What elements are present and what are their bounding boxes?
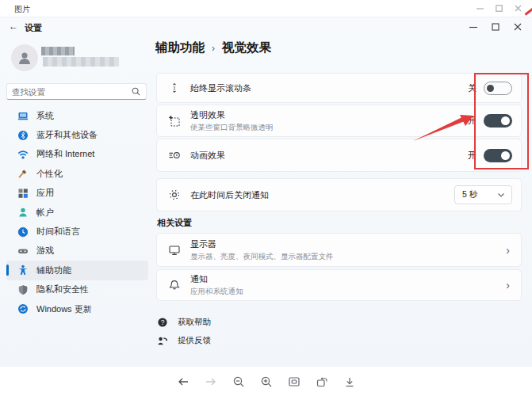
sidebar-nav: 系统 蓝牙和其他设备 网络和 Internet 个性化 应用 帐户 时间和语言 (6, 106, 148, 318)
related-settings-heading: 相关设置 (157, 217, 192, 229)
bluetooth-icon (17, 130, 29, 141)
laptop-icon (17, 110, 29, 121)
minimize-icon[interactable] (470, 2, 489, 15)
sidebar-item-gaming[interactable]: 游戏 (6, 242, 148, 261)
forward-arrow-icon[interactable] (202, 375, 220, 389)
sidebar-item-network[interactable]: 网络和 Internet (6, 145, 148, 164)
close-icon[interactable] (507, 19, 529, 35)
row-title: 始终显示滚动条 (190, 82, 468, 94)
apps-grid-icon (17, 188, 29, 199)
brush-icon (17, 168, 29, 179)
accessibility-person-icon (17, 265, 29, 276)
feedback-icon (157, 335, 168, 346)
sidebar-item-apps[interactable]: 应用 (6, 184, 148, 203)
breadcrumb-parent[interactable]: 辅助功能 (155, 40, 205, 56)
chevron-down-icon (498, 193, 504, 197)
animation-icon (168, 149, 190, 162)
toggle-state-label: 关 (468, 82, 477, 94)
toggle-state-label: 开 (468, 115, 477, 127)
sidebar-item-system[interactable]: 系统 (6, 106, 148, 125)
sidebar-item-time-language[interactable]: 时间和语言 (6, 222, 148, 241)
sidebar-item-accounts[interactable]: 帐户 (6, 203, 148, 222)
shield-icon (17, 284, 29, 295)
row-subtitle: 显示器、亮度、夜间模式、显示器配置文件 (190, 252, 503, 262)
row-title: 动画效果 (190, 150, 468, 162)
update-refresh-icon (17, 303, 29, 314)
search-input[interactable] (7, 87, 132, 97)
transparency-icon (168, 115, 190, 128)
transparency-toggle[interactable] (484, 114, 512, 128)
row-subtitle: 应用和系统通知 (190, 287, 503, 297)
timeout-dropdown[interactable]: 5 秒 (454, 185, 512, 204)
person-icon (17, 50, 33, 66)
sidebar-item-windows-update[interactable]: Windows 更新 (6, 299, 148, 318)
row-dismiss-notifications: 在此时间后关闭通知 5 秒 (156, 178, 522, 211)
dropdown-value: 5 秒 (462, 189, 477, 200)
viewer-toolbar (0, 375, 532, 389)
monitor-icon (168, 244, 190, 257)
avatar[interactable] (11, 44, 38, 71)
account-person-icon (17, 207, 29, 218)
user-name-redacted (41, 47, 128, 67)
minimize-icon[interactable] (462, 19, 484, 35)
game-controller-icon (17, 246, 29, 257)
svg-text:?: ? (161, 318, 165, 326)
row-transparency-effects: 透明效果 使某些窗口背景略微透明 开 (156, 105, 522, 137)
viewer-title: 图片 (14, 4, 30, 15)
toggle-state-label: 开 (468, 150, 477, 162)
give-feedback-link[interactable]: 提供反馈 (157, 335, 211, 346)
row-title: 透明效果 (190, 109, 468, 121)
screenshot-root: 图片 ← 设置 (0, 0, 532, 396)
chevron-right-icon: › (503, 279, 512, 291)
settings-window: ← 设置 系统 蓝牙和其他设 (0, 17, 532, 367)
bell-icon (168, 279, 190, 291)
sidebar-item-personalization[interactable]: 个性化 (6, 164, 148, 183)
maximize-icon[interactable] (484, 19, 507, 35)
row-subtitle: 使某些窗口背景略微透明 (190, 123, 468, 133)
download-icon[interactable] (341, 375, 358, 389)
back-arrow-icon[interactable] (174, 375, 192, 389)
scrollbars-toggle[interactable] (484, 82, 512, 95)
page-title: 视觉效果 (222, 40, 271, 56)
back-arrow-icon[interactable]: ← (9, 21, 18, 32)
sidebar-item-bluetooth[interactable]: 蓝牙和其他设备 (6, 125, 148, 144)
settings-titlebar: ← 设置 (0, 17, 532, 38)
row-title: 通知 (190, 273, 503, 285)
get-help-link[interactable]: ? 获取帮助 (157, 317, 211, 328)
row-title: 显示器 (190, 238, 503, 250)
maximize-icon[interactable] (489, 2, 508, 15)
row-notifications[interactable]: 通知 应用和系统通知 › (156, 269, 522, 301)
zoom-in-icon[interactable] (258, 375, 275, 389)
row-always-show-scrollbars: 始终显示滚动条 关 (156, 73, 522, 103)
row-display[interactable]: 显示器 显示器、亮度、夜间模式、显示器配置文件 › (156, 233, 522, 267)
rotate-icon[interactable] (313, 375, 331, 389)
chevron-right-icon: › (503, 244, 512, 257)
scrollbar-icon (168, 82, 190, 94)
viewer-window-controls (470, 2, 527, 15)
image-viewer-titlebar: 图片 (0, 0, 532, 17)
breadcrumb: 辅助功能 › 视觉效果 (155, 40, 271, 56)
row-animation-effects: 动画效果 开 (156, 139, 522, 172)
settings-window-controls (462, 19, 529, 35)
image-viewer-bottombar (0, 367, 532, 396)
sidebar-item-accessibility[interactable]: 辅助功能 (6, 261, 148, 280)
sidebar-item-privacy[interactable]: 隐私和安全性 (6, 280, 148, 299)
animation-toggle[interactable] (484, 149, 512, 162)
help-icon: ? (157, 317, 168, 328)
wifi-icon (17, 149, 29, 160)
breadcrumb-separator: › (212, 42, 215, 54)
sun-timeout-icon (168, 188, 190, 201)
settings-title: 设置 (25, 22, 42, 34)
search-icon (132, 87, 140, 96)
search-box[interactable] (6, 83, 147, 100)
clock-icon (17, 227, 29, 238)
fit-to-window-icon[interactable] (285, 375, 303, 389)
zoom-out-icon[interactable] (230, 375, 247, 389)
row-title: 在此时间后关闭通知 (190, 189, 454, 201)
